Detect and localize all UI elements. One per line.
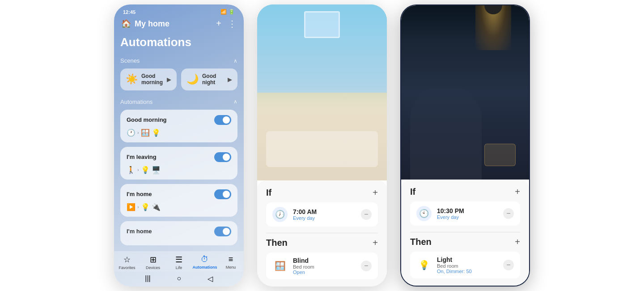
home-indicator: ||| ○ ◁ xyxy=(114,272,244,287)
scene-good-night[interactable]: 🌙 Goodnight ▶ xyxy=(181,68,237,90)
auto-name-home1: I'm home xyxy=(127,191,152,197)
automations-chevron[interactable]: ∧ xyxy=(233,98,237,105)
automation-good-morning[interactable]: Good morning 🕐 › 🪟 💡 xyxy=(120,110,237,142)
home-title: My home xyxy=(135,19,169,29)
icon-play: ▶️ xyxy=(127,203,136,211)
auto-name-home2: I'm home xyxy=(127,228,152,235)
light-status: On, Dimmer: 50 xyxy=(437,269,472,274)
if-plus[interactable]: + xyxy=(373,188,378,198)
clock-icon-night: 🕙 xyxy=(416,206,432,221)
nav-devices[interactable]: ⊞ Devices xyxy=(140,255,166,270)
battery-icon: 🔋 xyxy=(229,9,235,15)
then-plus-night[interactable]: + xyxy=(515,237,520,247)
scenes-row: ☀️ Goodmorning ▶ 🌙 Goodnight ▶ xyxy=(120,68,237,90)
nav-bar: ☆ Favorites ⊞ Devices ☰ Life ⏱ Automatio… xyxy=(114,251,244,272)
page-title: Automations xyxy=(120,34,237,49)
nav-menu[interactable]: ≡ Menu xyxy=(218,255,244,270)
automations-section-header: Automations ∧ xyxy=(120,98,237,105)
status-time: 12:45 xyxy=(123,9,136,15)
if-label: If xyxy=(266,188,271,198)
night-condition-remove[interactable]: − xyxy=(503,208,514,219)
automation-leaving[interactable]: I'm leaving 🚶 › 💡 🖥️ xyxy=(120,147,237,180)
icon-monitor: 🖥️ xyxy=(152,166,161,174)
auto-icons-home1: ▶️ › 💡 🔌 xyxy=(127,203,231,211)
scenes-label: Scenes xyxy=(120,57,140,64)
if-header: If + xyxy=(266,188,378,198)
morning-bottom-card: If + 🕖 7:00 AM Every day − Then + xyxy=(257,180,387,287)
favorites-label: Favorites xyxy=(119,265,135,270)
night-time: 10:30 PM xyxy=(437,207,464,214)
indicator-bars: ||| xyxy=(145,274,150,283)
toggle-home1[interactable] xyxy=(214,189,231,199)
automation-home-1[interactable]: I'm home ▶️ › 💡 🔌 xyxy=(120,184,237,217)
devices-label: Devices xyxy=(146,265,160,270)
light-action-remove[interactable]: − xyxy=(503,260,514,270)
add-icon[interactable]: + xyxy=(216,18,221,29)
icon-plug: 🔌 xyxy=(152,203,161,211)
if-header-night: If + xyxy=(410,187,520,197)
if-section: If + 🕖 7:00 AM Every day − xyxy=(266,188,378,227)
divider-night xyxy=(410,232,520,232)
life-icon: ☰ xyxy=(175,255,182,265)
phone-morning-detail: If + 🕖 7:00 AM Every day − Then + xyxy=(257,4,387,287)
menu-nav-label: Menu xyxy=(226,265,236,270)
night-photo xyxy=(401,5,529,180)
blind-action-remove[interactable]: − xyxy=(361,261,372,271)
indicator-circle: ○ xyxy=(177,274,181,283)
nav-automations[interactable]: ⏱ Automations xyxy=(192,255,218,270)
toggle-morning[interactable] xyxy=(214,115,231,125)
auto-name-morning: Good morning xyxy=(127,116,167,123)
scenes-section-header: Scenes ∧ xyxy=(120,57,237,64)
favorites-icon: ☆ xyxy=(123,255,131,265)
night-emoji: 🌙 xyxy=(186,73,199,85)
if-plus-night[interactable]: + xyxy=(515,187,520,197)
night-bottom-card: If + 🕙 10:30 PM Every day − Then + xyxy=(401,180,529,286)
icon-light-off: 💡 xyxy=(141,166,150,174)
content-area: Automations Scenes ∧ ☀️ Goodmorning ▶ 🌙 … xyxy=(114,34,244,251)
header-left: 🏠 My home xyxy=(121,19,169,29)
morning-condition-remove[interactable]: − xyxy=(361,209,372,220)
if-section-night: If + 🕙 10:30 PM Every day − xyxy=(410,187,520,226)
light-name: Light xyxy=(437,256,472,263)
morning-play-icon[interactable]: ▶ xyxy=(167,76,171,83)
automation-home-2[interactable]: I'm home xyxy=(120,221,237,245)
automations-nav-icon: ⏱ xyxy=(201,255,209,264)
then-section-morning: Then + 🪟 Blind Bed room Open − xyxy=(266,238,378,279)
auto-name-leaving: I'm leaving xyxy=(127,154,157,160)
header-actions: + ⋮ xyxy=(216,18,237,29)
then-label-morning: Then xyxy=(266,238,288,248)
toggle-home2[interactable] xyxy=(214,227,231,236)
icon-bulb: 💡 xyxy=(141,203,150,211)
scene-good-morning[interactable]: ☀️ Goodmorning ▶ xyxy=(120,68,177,90)
devices-icon: ⊞ xyxy=(150,255,157,265)
morning-action-row: 🪟 Blind Bed room Open − xyxy=(266,252,378,279)
app-header: 🏠 My home + ⋮ xyxy=(114,17,244,34)
night-scene-label: Goodnight xyxy=(202,73,216,86)
arrow-leaving: › xyxy=(137,167,139,172)
morning-scene-label: Goodmorning xyxy=(141,73,163,86)
clock-icon-morning: 🕖 xyxy=(272,207,288,222)
nav-life[interactable]: ☰ Life xyxy=(166,255,192,270)
menu-icon[interactable]: ⋮ xyxy=(228,18,237,29)
nav-favorites[interactable]: ☆ Favorites xyxy=(114,255,140,270)
then-label-night: Then xyxy=(410,237,432,247)
indicator-back: ◁ xyxy=(208,274,213,283)
light-location: Bed room xyxy=(437,263,472,269)
phone-automations-list: 12:45 📶 🔋 🏠 My home + ⋮ Automations Scen… xyxy=(114,4,244,287)
blind-location: Bed room xyxy=(293,264,314,270)
night-play-icon[interactable]: ▶ xyxy=(228,76,232,83)
arrow-morning: › xyxy=(137,130,139,135)
arrow-home1: › xyxy=(137,204,139,210)
icon-clock: 🕐 xyxy=(127,128,136,137)
toggle-leaving[interactable] xyxy=(214,152,231,162)
scenes-chevron[interactable]: ∧ xyxy=(233,58,237,64)
light-icon: 💡 xyxy=(416,257,432,273)
signal-icon: 📶 xyxy=(220,9,227,15)
blind-icon: 🪟 xyxy=(272,258,288,274)
if-label-night: If xyxy=(410,187,415,197)
auto-icons-leaving: 🚶 › 💡 🖥️ xyxy=(127,166,231,174)
blind-status: Open xyxy=(293,270,314,275)
then-plus-morning[interactable]: + xyxy=(373,238,378,248)
divider-morning xyxy=(266,233,378,233)
morning-emoji: ☀️ xyxy=(126,73,138,85)
